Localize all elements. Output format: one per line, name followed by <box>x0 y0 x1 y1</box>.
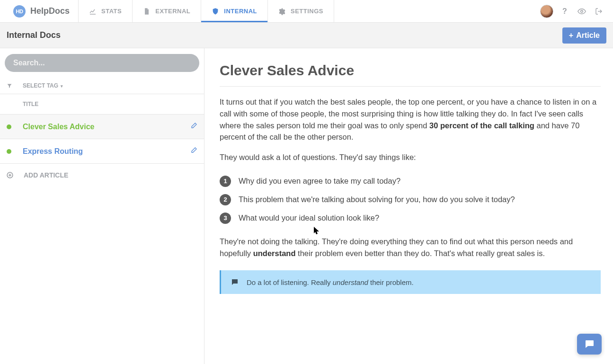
logout-button[interactable] <box>591 4 606 19</box>
article-list-item[interactable]: Clever Sales Advice <box>0 115 204 139</box>
edit-icon <box>190 147 197 154</box>
eye-icon <box>577 7 586 16</box>
text: their problem. <box>368 278 414 286</box>
chat-bubble-icon <box>231 278 239 286</box>
button-label: Article <box>576 31 600 40</box>
status-dot-icon <box>7 149 11 154</box>
bold-text: 30 percent of the call talking <box>429 121 534 130</box>
help-button[interactable]: ? <box>557 4 572 19</box>
tab-settings[interactable]: SETTINGS <box>268 0 334 22</box>
svg-point-1 <box>581 10 583 12</box>
plus-circle-icon <box>7 172 13 178</box>
chat-fab[interactable] <box>577 334 602 355</box>
tab-external[interactable]: EXTERNAL <box>133 0 201 22</box>
chart-line-icon <box>89 8 97 15</box>
add-article-button[interactable]: + Article <box>562 27 606 44</box>
numbered-list: Why did you even agree to take my call t… <box>220 172 601 227</box>
tab-label: INTERNAL <box>224 8 257 15</box>
brand-logo-icon: HD <box>13 5 26 18</box>
tab-internal[interactable]: INTERNAL <box>201 0 268 22</box>
avatar[interactable] <box>540 5 553 18</box>
sidebar: SELECT TAG ▾ TITLE Clever Sales Advice E… <box>0 48 204 364</box>
search-input[interactable] <box>5 54 199 72</box>
list-item: This problem that we're talking about so… <box>220 190 601 209</box>
tab-label: STATS <box>101 8 122 15</box>
text: Do a lot of listening. Really <box>247 278 333 286</box>
paragraph: They're not doing the talking. They're d… <box>220 236 601 259</box>
main-layout: SELECT TAG ▾ TITLE Clever Sales Advice E… <box>0 48 613 364</box>
page-title: Internal Docs <box>7 30 61 40</box>
filter-icon <box>7 83 12 89</box>
add-article-label: ADD ARTICLE <box>24 171 68 179</box>
tab-stats[interactable]: STATS <box>79 0 133 22</box>
document-icon <box>143 8 151 15</box>
bold-text: understand <box>253 249 296 257</box>
callout-box: Do a lot of listening. Really understand… <box>220 270 601 294</box>
logout-icon <box>595 8 603 15</box>
italic-text: understand <box>333 278 368 286</box>
text: their problem even better than they do. … <box>295 249 545 257</box>
list-item: What would your ideal solution look like… <box>220 209 601 227</box>
select-tag-label: SELECT TAG <box>23 82 58 89</box>
chat-icon <box>584 338 595 350</box>
subheader: Internal Docs + Article <box>0 23 613 48</box>
column-header-title: TITLE <box>0 94 204 115</box>
brand-name: HelpDocs <box>30 6 70 16</box>
chevron-down-icon: ▾ <box>61 84 63 89</box>
tag-filter-row[interactable]: SELECT TAG ▾ <box>0 78 204 94</box>
plus-icon: + <box>569 31 573 40</box>
shield-icon <box>212 8 219 15</box>
top-nav: HD HelpDocs STATS EXTERNAL INTERNAL SETT… <box>0 0 613 23</box>
edit-icon <box>190 122 197 130</box>
gear-icon <box>278 8 286 15</box>
tab-label: SETTINGS <box>291 8 323 15</box>
status-dot-icon <box>7 124 11 129</box>
callout-text: Do a lot of listening. Really understand… <box>247 278 414 286</box>
document-body: It turns out that if you watch the best … <box>220 96 601 294</box>
article-item-title: Clever Sales Advice <box>23 123 95 131</box>
paragraph: They would ask a lot of questions. They'… <box>220 151 601 163</box>
edit-article-button[interactable] <box>190 122 197 131</box>
nav-tabs: STATS EXTERNAL INTERNAL SETTINGS <box>79 0 334 22</box>
tab-label: EXTERNAL <box>155 8 190 15</box>
preview-button[interactable] <box>574 4 589 19</box>
help-icon: ? <box>562 7 567 16</box>
brand[interactable]: HD HelpDocs <box>0 0 79 22</box>
list-item: Why did you even agree to take my call t… <box>220 172 601 190</box>
paragraph: It turns out that if you watch the best … <box>220 96 601 143</box>
article-list-item[interactable]: Express Routing <box>0 139 204 164</box>
search-wrap <box>0 48 204 78</box>
add-article-row[interactable]: ADD ARTICLE <box>0 164 204 186</box>
article-item-title: Express Routing <box>23 147 83 156</box>
edit-article-button[interactable] <box>190 147 197 156</box>
nav-right: ? <box>540 0 613 22</box>
document-content: Clever Sales Advice It turns out that if… <box>204 48 613 364</box>
document-title: Clever Sales Advice <box>220 62 601 87</box>
